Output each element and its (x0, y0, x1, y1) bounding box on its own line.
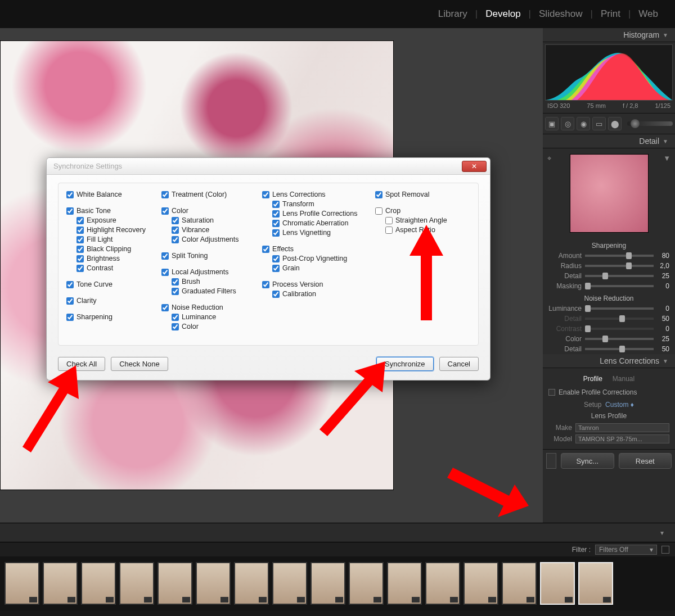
thumbnail[interactable] (196, 562, 231, 605)
thumbnail[interactable] (4, 562, 39, 605)
split-toning[interactable]: Split Toning (161, 251, 255, 261)
crop-straighten-angle-checkbox[interactable] (385, 217, 393, 224)
detail-preview[interactable] (570, 154, 649, 233)
thumbnail[interactable] (43, 562, 78, 605)
split-toning-checkbox[interactable] (161, 252, 169, 260)
fx-post-crop-vignetting[interactable]: Post-Crop Vignetting (262, 254, 368, 264)
thumbnail[interactable] (234, 562, 269, 605)
reset-button[interactable]: Reset (619, 453, 672, 469)
bt-black-clipping-checkbox[interactable] (76, 246, 84, 253)
crop-aspect-ratio-checkbox[interactable] (385, 227, 393, 234)
lens-lens-vignetting[interactable]: Lens Vignetting (262, 228, 368, 238)
bt-fill-light-checkbox[interactable] (76, 236, 84, 243)
slider-contrast[interactable]: Contrast 0 (543, 324, 675, 334)
bt-contrast-checkbox[interactable] (76, 265, 84, 272)
process-calibration-checkbox[interactable] (272, 291, 280, 298)
noise-reduction-checkbox[interactable] (161, 304, 169, 311)
white-balance-checkbox[interactable] (66, 191, 74, 198)
nr-luminance[interactable]: Luminance (161, 312, 255, 322)
local-graduated-filters-checkbox[interactable] (172, 288, 179, 295)
color-checkbox[interactable] (161, 207, 169, 215)
bt-fill-light[interactable]: Fill Light (66, 235, 155, 244)
color[interactable]: Color (161, 206, 255, 216)
process-calibration[interactable]: Calibration (262, 289, 368, 299)
fx-grain-checkbox[interactable] (272, 265, 280, 272)
process-version-checkbox[interactable] (262, 281, 269, 288)
local-adjustments-checkbox[interactable] (161, 269, 169, 276)
histogram-header[interactable]: Histogram▼ (543, 28, 675, 42)
close-button[interactable]: ✕ (462, 161, 487, 172)
crop-straighten-angle[interactable]: Straighten Angle (375, 216, 470, 225)
local-brush-checkbox[interactable] (172, 278, 179, 286)
lens-corrections-checkbox[interactable] (262, 191, 269, 198)
filter-select[interactable]: Filters Off▾ (595, 545, 657, 555)
lens-make-select[interactable]: Tamron (575, 423, 669, 432)
detail-disclosure-icon[interactable]: ▼ (663, 154, 670, 162)
thumbnail[interactable] (425, 562, 460, 605)
slider-luminance[interactable]: Luminance 0 (543, 304, 675, 314)
bt-brightness[interactable]: Brightness (66, 254, 155, 264)
lens-lens-vignetting-checkbox[interactable] (272, 229, 280, 237)
tone-curve-checkbox[interactable] (66, 281, 74, 288)
treatment[interactable]: Treatment (Color) (161, 190, 255, 200)
lens-chromatic-aberration[interactable]: Chromatic Aberration (262, 219, 368, 228)
crop[interactable]: Crop (375, 206, 470, 216)
enable-profile-checkbox[interactable] (548, 389, 555, 396)
slider-color[interactable]: Color 25 (543, 334, 675, 344)
lens-lens-profile-corrections-checkbox[interactable] (272, 210, 280, 218)
brush-tool-icon[interactable]: ⬤ (608, 117, 622, 130)
local-brush[interactable]: Brush (161, 277, 255, 287)
sync-button[interactable]: Sync... (561, 453, 614, 469)
noise-reduction[interactable]: Noise Reduction (161, 303, 255, 312)
detail-target-icon[interactable]: ⌖ (547, 154, 551, 163)
color-color-adjustments[interactable]: Color Adjustments (161, 235, 255, 244)
thumbnail[interactable] (272, 562, 307, 605)
nr-color-checkbox[interactable] (172, 323, 179, 330)
thumbnail[interactable] (578, 562, 613, 605)
slider-amount[interactable]: Amount 80 (543, 251, 675, 261)
color-color-adjustments-checkbox[interactable] (172, 236, 179, 243)
lens-model-select[interactable]: TAMRON SP 28-75m... (575, 434, 669, 443)
white-balance[interactable]: White Balance (66, 190, 155, 200)
spot-removal-checkbox[interactable] (375, 191, 382, 198)
basic-tone[interactable]: Basic Tone (66, 206, 155, 216)
bt-highlight-recovery-checkbox[interactable] (76, 227, 84, 234)
thumbnail[interactable] (502, 562, 537, 605)
crop-checkbox[interactable] (375, 207, 382, 215)
histogram-chart[interactable] (545, 44, 673, 101)
clarity[interactable]: Clarity (66, 296, 155, 306)
bt-exposure[interactable]: Exposure (66, 216, 155, 225)
color-vibrance[interactable]: Vibrance (161, 225, 255, 235)
thumbnail[interactable] (158, 562, 192, 605)
switch-icon[interactable] (546, 453, 556, 469)
cancel-button[interactable]: Cancel (439, 357, 479, 371)
thumbnail[interactable] (464, 562, 498, 605)
color-saturation-checkbox[interactable] (172, 217, 179, 224)
chevron-down-icon[interactable]: ▾ (660, 529, 664, 537)
tab-profile[interactable]: Profile (583, 375, 602, 383)
tone-curve[interactable]: Tone Curve (66, 280, 155, 289)
effects[interactable]: Effects (262, 244, 368, 254)
sharpening[interactable]: Sharpening (66, 312, 155, 322)
nav-slideshow[interactable]: Slideshow (539, 8, 583, 20)
bt-contrast[interactable]: Contrast (66, 264, 155, 273)
bt-black-clipping[interactable]: Black Clipping (66, 244, 155, 254)
nav-library[interactable]: Library (438, 8, 467, 20)
redeye-tool-icon[interactable]: ◉ (577, 117, 590, 130)
color-vibrance-checkbox[interactable] (172, 227, 179, 234)
process-version[interactable]: Process Version (262, 280, 368, 289)
slider-detail[interactable]: Detail 50 (543, 344, 675, 354)
tab-manual[interactable]: Manual (613, 375, 634, 383)
slider-masking[interactable]: Masking 0 (543, 281, 675, 291)
nr-luminance-checkbox[interactable] (172, 314, 179, 321)
nav-web[interactable]: Web (638, 8, 658, 20)
slider-detail[interactable]: Detail 50 (543, 314, 675, 324)
thumbnail[interactable] (310, 562, 345, 605)
lens-transform[interactable]: Transform (262, 200, 368, 209)
fx-grain[interactable]: Grain (262, 264, 368, 273)
lens-chromatic-aberration-checkbox[interactable] (272, 220, 280, 227)
crop-tool-icon[interactable]: ▣ (545, 117, 559, 130)
bt-exposure-checkbox[interactable] (76, 217, 84, 224)
local-adjustments[interactable]: Local Adjustments (161, 268, 255, 277)
detail-header[interactable]: Detail▼ (543, 134, 675, 148)
